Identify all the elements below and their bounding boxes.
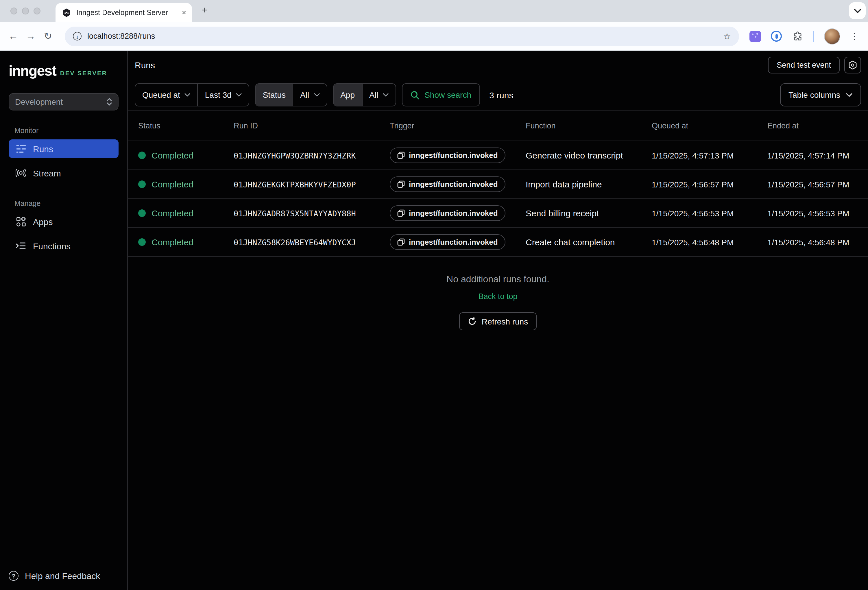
extension-row: ⋮ — [750, 28, 859, 44]
site-info-icon[interactable]: i — [73, 32, 81, 40]
workspace-select[interactable]: Development — [9, 93, 118, 111]
run-id[interactable]: 01JHNZGYHGPW3QZBRN7Y3ZHZRK — [230, 151, 386, 160]
function-name[interactable]: Send billing receipt — [522, 208, 648, 218]
runs-list-icon — [16, 143, 26, 154]
chevron-down-icon — [846, 93, 852, 97]
run-id[interactable]: 01JHNZG58K26WBEYE64WYDYCXJ — [230, 237, 386, 247]
browser-tabstrip: Inngest Development Server × + — [0, 0, 868, 22]
status-dot-completed — [138, 180, 146, 188]
status-filter-value: All — [300, 90, 309, 99]
sidebar-item-apps[interactable]: Apps — [9, 212, 118, 231]
show-search-button[interactable]: Show search — [402, 83, 480, 106]
page-header: Runs Send test event — [128, 51, 868, 79]
section-monitor-label: Monitor — [15, 127, 127, 135]
table-header-row: Status Run ID Trigger Function Queued at… — [128, 111, 868, 141]
status-filter: Status All — [255, 83, 327, 106]
reload-icon[interactable]: ↻ — [39, 30, 57, 42]
back-icon[interactable]: ← — [4, 30, 22, 42]
refresh-runs-label: Refresh runs — [482, 317, 528, 326]
app-filter: App All — [333, 83, 396, 106]
address-bar[interactable]: i localhost:8288/runs ☆ — [65, 26, 739, 46]
window-controls[interactable] — [10, 7, 40, 15]
extension-purple-icon[interactable] — [750, 30, 761, 42]
browser-menu-icon[interactable]: ⋮ — [850, 31, 859, 41]
trigger-pill[interactable]: inngest/function.invoked — [390, 176, 505, 192]
status-filter-label: Status — [256, 84, 292, 106]
queued-at-value: 1/15/2025, 4:56:53 PM — [648, 208, 764, 218]
trigger-pill[interactable]: inngest/function.invoked — [390, 234, 505, 250]
time-field-value: Queued at — [142, 90, 180, 99]
time-range-dropdown[interactable]: Last 3d — [198, 84, 249, 106]
ended-at-value: 1/15/2025, 4:57:14 PM — [764, 151, 861, 160]
close-window-button[interactable] — [10, 7, 17, 15]
sidebar-item-label: Functions — [33, 241, 71, 251]
help-and-feedback[interactable]: ? Help and Feedback — [9, 571, 100, 581]
chevron-down-icon — [383, 93, 388, 97]
workspace-select-value: Development — [15, 97, 63, 106]
browser-tab[interactable]: Inngest Development Server × — [56, 3, 192, 22]
column-header-queued-at: Queued at — [648, 121, 764, 130]
status-cell: Completed — [135, 208, 230, 218]
time-field-dropdown[interactable]: Queued at — [135, 84, 198, 106]
profile-avatar[interactable] — [824, 28, 840, 44]
sidebar-item-functions[interactable]: Functions — [9, 237, 118, 255]
trigger-pill[interactable]: inngest/function.invoked — [390, 206, 505, 221]
table-row[interactable]: Completed 01JHNZGEKGKTPXBHKYVFZEDX0P inn… — [128, 170, 868, 199]
tab-close-icon[interactable]: × — [182, 8, 186, 17]
app-filter-dropdown[interactable]: All — [362, 84, 396, 106]
show-search-label: Show search — [424, 90, 471, 99]
run-id[interactable]: 01JHNZGEKGKTPXBHKYVFZEDX0P — [230, 180, 386, 189]
settings-button[interactable] — [844, 56, 861, 73]
trigger-pill[interactable]: inngest/function.invoked — [390, 148, 505, 163]
extensions-puzzle-icon[interactable] — [792, 30, 803, 42]
chevron-down-icon — [185, 93, 190, 97]
sidebar-item-runs[interactable]: Runs — [9, 139, 118, 158]
bookmark-star-icon[interactable]: ☆ — [723, 31, 731, 41]
trigger-name: inngest/function.invoked — [409, 238, 498, 246]
sidebar-item-label: Runs — [33, 144, 53, 154]
function-name[interactable]: Import data pipeline — [522, 179, 648, 189]
functions-icon — [16, 241, 26, 251]
toolbar-divider — [813, 30, 814, 42]
run-id[interactable]: 01JHNZGADR87SX5NTAYYADY88H — [230, 208, 386, 218]
ended-at-value: 1/15/2025, 4:56:48 PM — [764, 237, 861, 247]
time-range-value: Last 3d — [205, 90, 232, 99]
table-row[interactable]: Completed 01JHNZGYHGPW3QZBRN7Y3ZHZRK inn… — [128, 141, 868, 170]
send-test-event-button[interactable]: Send test event — [768, 56, 840, 73]
chevron-down-icon — [236, 93, 242, 97]
status-label: Completed — [152, 208, 193, 218]
table-row[interactable]: Completed 01JHNZGADR87SX5NTAYYADY88H inn… — [128, 199, 868, 228]
url-text[interactable]: localhost:8288/runs — [87, 32, 717, 40]
chevron-down-icon — [314, 93, 319, 97]
refresh-icon — [468, 317, 477, 326]
chevron-down-icon — [854, 8, 861, 13]
sidebar-item-label: Stream — [33, 168, 61, 178]
sidebar-item-stream[interactable]: Stream — [9, 164, 118, 182]
function-name[interactable]: Create chat completion — [522, 237, 648, 247]
table-columns-label: Table columns — [788, 90, 840, 99]
back-to-top-link[interactable]: Back to top — [478, 292, 517, 301]
tab-search-button[interactable] — [849, 2, 866, 19]
queued-at-value: 1/15/2025, 4:56:48 PM — [648, 237, 764, 247]
column-header-status: Status — [135, 121, 230, 130]
status-cell: Completed — [135, 150, 230, 160]
run-count: 3 runs — [489, 90, 513, 100]
forward-icon[interactable]: → — [22, 30, 39, 42]
minimize-window-button[interactable] — [22, 7, 29, 15]
table-row[interactable]: Completed 01JHNZG58K26WBEYE64WYDYCXJ inn… — [128, 228, 868, 257]
refresh-runs-button[interactable]: Refresh runs — [459, 312, 537, 330]
table-columns-button[interactable]: Table columns — [780, 83, 861, 106]
app-filter-label: App — [334, 84, 362, 106]
main-panel: Runs Send test event Queued at Last 3d — [128, 51, 868, 590]
trigger-name: inngest/function.invoked — [409, 151, 498, 160]
password-manager-icon[interactable] — [771, 31, 782, 41]
apps-shapes-icon — [16, 216, 26, 227]
inngest-app: inngest DEV SERVER Development Monitor R… — [0, 51, 868, 590]
queued-at-value: 1/15/2025, 4:56:57 PM — [648, 180, 764, 189]
section-manage-label: Manage — [15, 200, 127, 208]
new-tab-button[interactable]: + — [202, 4, 208, 16]
function-name[interactable]: Generate video transcript — [522, 150, 648, 160]
status-dot-completed — [138, 238, 146, 246]
zoom-window-button[interactable] — [34, 7, 40, 15]
status-filter-dropdown[interactable]: All — [292, 84, 326, 106]
